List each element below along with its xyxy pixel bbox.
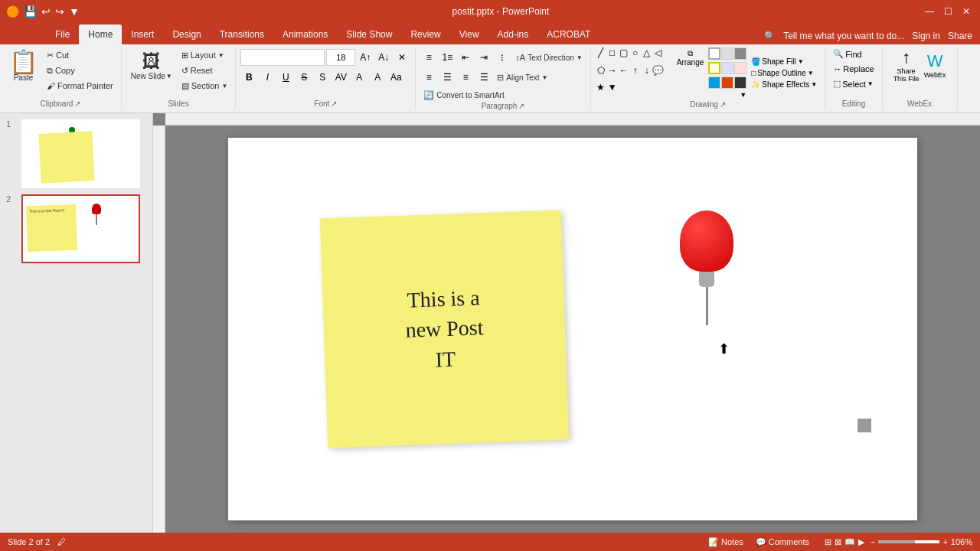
cut-button[interactable]: ✂ Cut [44,49,116,62]
shape-outline-button[interactable]: □ Shape Outline ▼ [748,68,820,78]
bullets-button[interactable]: ≡ [420,49,437,66]
zoom-in-button[interactable]: + [942,537,947,546]
align-left-button[interactable]: ≡ [420,69,437,86]
font-size-input[interactable] [326,49,355,66]
qs-5[interactable] [721,62,733,74]
underline-button[interactable]: U [277,69,294,86]
justify-button[interactable]: ☰ [475,69,492,86]
qs-6[interactable] [734,62,746,74]
tab-insert[interactable]: Insert [122,24,163,44]
text-direction-button[interactable]: ↕A Text Direction ▼ [512,51,585,64]
qs-8[interactable] [721,77,733,89]
section-arrow[interactable]: ▼ [221,83,227,90]
redo-icon[interactable]: ↪ [55,5,64,18]
layout-button[interactable]: ⊞ Layout ▼ [178,49,231,62]
share-this-file-button[interactable]: ↑ Share This File [893,47,920,83]
qs-7[interactable] [708,77,720,89]
customize-icon[interactable]: ▼ [69,5,80,18]
tab-slideshow[interactable]: Slide Show [337,24,401,44]
shape-fill-button[interactable]: 🪣 Shape Fill ▼ [748,57,820,67]
shape-star[interactable]: ★ [596,82,606,93]
normal-view-button[interactable]: ⊞ [825,537,831,547]
tab-addins[interactable]: Add-ins [488,24,538,44]
canvas-area[interactable]: This is a new Post IT ⬆ [153,113,980,533]
highlight-button[interactable]: A [369,69,386,86]
shadow-button[interactable]: S [314,69,331,86]
increase-indent-button[interactable]: ⇥ [475,49,492,66]
quick-styles-expand[interactable]: ▼ [708,91,746,99]
slide-thumb-1[interactable]: 1 [6,119,146,188]
tab-transitions[interactable]: Transitions [211,24,273,44]
columns-button[interactable]: ⫶ [494,49,511,66]
notes-button[interactable]: 📝 Notes [705,536,746,549]
save-icon[interactable]: 💾 [24,5,37,18]
shape-arrow-right[interactable]: → [607,65,618,76]
pushpin[interactable] [680,210,733,325]
qs-3[interactable] [734,47,746,60]
font-color-button[interactable]: A [351,69,368,86]
shape-triangle[interactable]: △ [642,47,652,58]
qs-1[interactable] [708,47,720,60]
reading-view-button[interactable]: 📖 [844,537,855,547]
slide-sorter-button[interactable]: ⊠ [835,537,841,547]
shapes-expand[interactable]: ▼ [607,82,618,93]
tab-file[interactable]: File [46,24,79,44]
copy-button[interactable]: ⧉ Copy [44,64,116,77]
undo-icon[interactable]: ↩ [41,5,51,18]
qs-4[interactable] [708,62,720,74]
clear-format-button[interactable]: ✕ [394,49,410,66]
select-arrow[interactable]: ▼ [867,80,874,87]
bold-button[interactable]: B [240,69,257,86]
webex-button[interactable]: W WebEx [924,51,946,79]
drawing-expand-icon[interactable]: ↗ [720,100,726,109]
shape-effects-arrow[interactable]: ▼ [811,81,817,88]
tab-animations[interactable]: Animations [273,24,337,44]
strikethrough-button[interactable]: S [296,69,312,86]
qs-9[interactable] [734,77,746,89]
shape-arrow-left[interactable]: ← [619,65,629,76]
comments-button[interactable]: 💬 Comments [753,536,812,549]
zoom-out-button[interactable]: − [871,537,875,546]
clipboard-expand-icon[interactable]: ↗ [74,99,80,108]
slide-thumb-img-2[interactable]: This is a new Post IT [21,194,140,263]
select-button[interactable]: ⬚ Select ▼ [830,77,877,90]
minimize-button[interactable]: — [922,4,937,19]
font-size-decrease-button[interactable]: A↓ [375,49,392,66]
layout-arrow[interactable]: ▼ [218,52,224,59]
slideshow-button[interactable]: ▶ [858,537,864,547]
font-name-input[interactable] [240,49,325,66]
shape-rtriangle[interactable]: ◁ [653,47,664,58]
new-slide-arrow[interactable]: ▼ [166,73,172,80]
slide-canvas[interactable]: This is a new Post IT ⬆ [228,138,917,520]
slide-thumb-2[interactable]: 2 This is a new Post IT [6,194,146,263]
maximize-button[interactable]: ☐ [940,4,956,19]
search-label[interactable]: Tell me what you want to do... [783,31,904,41]
replace-button[interactable]: ↔ Replace [830,63,877,75]
align-text-button[interactable]: ⊟ Align Text ▼ [494,71,550,84]
font-size-increase-button[interactable]: A↑ [357,49,374,66]
align-right-button[interactable]: ≡ [457,69,474,86]
new-slide-button[interactable]: 🖼 New Slide ▼ [126,47,177,83]
font-expand-icon[interactable]: ↗ [331,99,337,108]
postit-note[interactable]: This is a new Post IT [320,210,569,448]
convert-smartart-button[interactable]: 🔄 Convert to SmartArt [420,89,585,102]
shape-arrow-up[interactable]: ↑ [630,65,641,76]
tab-review[interactable]: Review [401,24,449,44]
zoom-slider[interactable] [878,540,939,543]
shape-line[interactable]: ╱ [596,47,606,58]
shape-pentagon[interactable]: ⬠ [596,65,606,76]
para-expand-icon[interactable]: ↗ [518,102,524,110]
reset-button[interactable]: ↺ Reset [178,64,231,77]
section-button[interactable]: ▤ Section ▼ [178,80,231,93]
shape-callout[interactable]: 💬 [653,65,664,76]
decrease-indent-button[interactable]: ⇤ [457,49,474,66]
shape-rect[interactable]: □ [607,47,618,58]
paste-button[interactable]: 📋 Paste [5,47,42,85]
shape-arrow-down[interactable]: ↓ [642,65,652,76]
tab-design[interactable]: Design [163,24,210,44]
char-case-button[interactable]: Aa [387,69,404,86]
share-button[interactable]: Share [948,31,972,41]
text-dir-arrow[interactable]: ▼ [577,54,583,61]
tab-view[interactable]: View [450,24,488,44]
format-painter-button[interactable]: 🖌 Format Painter [44,80,116,92]
